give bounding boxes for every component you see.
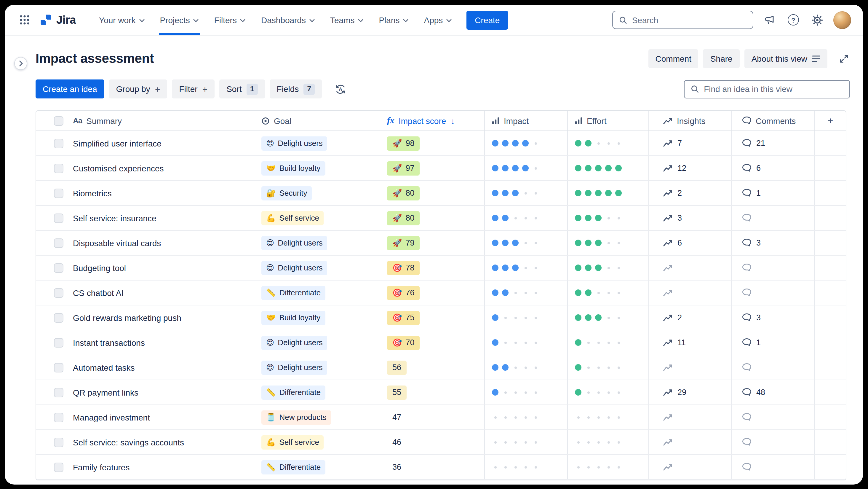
goal-cell[interactable]: 🔐 Security (254, 181, 379, 205)
nav-item-projects[interactable]: Projects (152, 5, 207, 35)
summary-cell[interactable]: QR payment links (67, 380, 254, 404)
goal-chip[interactable]: 🔐 Security (261, 186, 312, 200)
effort-cell[interactable] (568, 206, 649, 230)
impact-score-cell[interactable]: 36 (379, 455, 485, 479)
goal-cell[interactable]: 😍 Delight users (254, 256, 379, 280)
impact-cell[interactable] (485, 156, 568, 180)
impact-score-cell[interactable]: 47 (379, 405, 485, 429)
group-by-button[interactable]: Group by + (109, 80, 167, 98)
announcements-button[interactable] (761, 11, 778, 28)
goal-chip[interactable]: 😍 Delight users (261, 136, 328, 150)
effort-cell[interactable] (568, 430, 649, 454)
insights-cell[interactable]: 29 (649, 380, 732, 404)
goal-cell[interactable]: 🫙 New products (254, 405, 379, 429)
effort-cell[interactable] (568, 306, 649, 330)
row-checkbox[interactable] (54, 213, 63, 223)
effort-cell[interactable] (568, 355, 649, 380)
row-checkbox[interactable] (54, 139, 63, 148)
row-checkbox[interactable] (54, 288, 63, 297)
impact-cell[interactable] (485, 206, 568, 230)
comments-cell[interactable]: 6 (732, 156, 815, 180)
add-column-button[interactable]: + (815, 111, 846, 131)
insights-cell[interactable] (649, 430, 732, 454)
app-switcher-button[interactable] (17, 12, 33, 28)
goal-cell[interactable]: 😍 Delight users (254, 330, 379, 355)
nav-item-your-work[interactable]: Your work (91, 5, 152, 35)
comments-cell[interactable]: 1 (732, 330, 815, 355)
table-row[interactable]: Managed investment 🫙 New products 47 (36, 405, 846, 430)
insights-cell[interactable] (649, 405, 732, 429)
impact-cell[interactable] (485, 256, 568, 280)
column-header-comments[interactable]: Comments (732, 111, 815, 131)
impact-score-cell[interactable]: 55 (379, 380, 485, 404)
about-view-button[interactable]: About this view (744, 49, 828, 68)
settings-button[interactable] (809, 11, 826, 28)
insights-cell[interactable]: 2 (649, 306, 732, 330)
impact-score-cell[interactable]: 🎯 70 (379, 330, 485, 355)
help-button[interactable]: ? (785, 12, 801, 28)
comments-cell[interactable] (732, 281, 815, 305)
goal-chip[interactable]: 📏 Differentiate (261, 385, 326, 399)
insights-cell[interactable]: 6 (649, 231, 732, 255)
search-input[interactable] (632, 15, 747, 25)
table-row[interactable]: Biometrics 🔐 Security 🚀 80 (36, 181, 846, 206)
effort-cell[interactable] (568, 455, 649, 479)
impact-cell[interactable] (485, 355, 568, 380)
table-row[interactable]: Family features 📏 Differentiate 36 (36, 455, 846, 480)
row-checkbox[interactable] (54, 462, 63, 472)
comments-cell[interactable]: 48 (732, 380, 815, 404)
summary-cell[interactable]: Customised experiences (67, 156, 254, 180)
impact-cell[interactable] (485, 181, 568, 205)
goal-chip[interactable]: 🫙 New products (261, 410, 331, 424)
goal-cell[interactable]: 🤝 Build loyalty (254, 306, 379, 330)
column-header-insights[interactable]: Insights (649, 111, 732, 131)
goal-chip[interactable]: 📏 Differentiate (261, 460, 326, 474)
insights-cell[interactable] (649, 455, 732, 479)
column-header-summary[interactable]: Aa Summary (67, 111, 254, 131)
effort-cell[interactable] (568, 131, 649, 155)
create-button[interactable]: Create (466, 10, 508, 29)
fields-button[interactable]: Fields 7 (270, 80, 322, 98)
goal-cell[interactable]: 😍 Delight users (254, 131, 379, 155)
nav-item-filters[interactable]: Filters (207, 5, 253, 35)
summary-cell[interactable]: Self service: savings accounts (67, 430, 254, 454)
translate-refresh-button[interactable]: A (332, 80, 349, 97)
impact-cell[interactable] (485, 380, 568, 404)
comments-cell[interactable] (732, 430, 815, 454)
insights-cell[interactable] (649, 256, 732, 280)
goal-chip[interactable]: 😍 Delight users (261, 336, 328, 350)
user-avatar[interactable] (833, 11, 851, 29)
comments-cell[interactable]: 1 (732, 181, 815, 205)
insights-cell[interactable]: 11 (649, 330, 732, 355)
summary-cell[interactable]: Budgeting tool (67, 256, 254, 280)
summary-cell[interactable]: Family features (67, 455, 254, 479)
summary-cell[interactable]: Gold rewards marketing push (67, 306, 254, 330)
global-search[interactable] (612, 11, 753, 29)
impact-score-cell[interactable]: 🎯 75 (379, 306, 485, 330)
goal-chip[interactable]: 😍 Delight users (261, 360, 328, 375)
impact-cell[interactable] (485, 231, 568, 255)
comments-cell[interactable]: 3 (732, 231, 815, 255)
summary-cell[interactable]: Self service: insurance (67, 206, 254, 230)
row-checkbox[interactable] (54, 164, 63, 173)
comments-cell[interactable] (732, 206, 815, 230)
row-checkbox[interactable] (54, 437, 63, 447)
row-checkbox[interactable] (54, 338, 63, 347)
impact-score-cell[interactable]: 🚀 79 (379, 231, 485, 255)
impact-score-cell[interactable]: 🚀 97 (379, 156, 485, 180)
effort-cell[interactable] (568, 405, 649, 429)
filter-button[interactable]: Filter + (172, 80, 215, 98)
summary-cell[interactable]: Biometrics (67, 181, 254, 205)
impact-score-cell[interactable]: 56 (379, 355, 485, 380)
table-row[interactable]: CS chatbot AI 📏 Differentiate 🎯 76 (36, 281, 846, 306)
row-checkbox[interactable] (54, 238, 63, 248)
row-checkbox[interactable] (54, 188, 63, 198)
goal-chip[interactable]: 😍 Delight users (261, 261, 328, 275)
sort-button[interactable]: Sort 1 (219, 80, 265, 98)
effort-cell[interactable] (568, 181, 649, 205)
column-header-effort[interactable]: Effort (568, 111, 649, 131)
row-checkbox[interactable] (54, 412, 63, 422)
table-row[interactable]: Gold rewards marketing push 🤝 Build loya… (36, 306, 846, 330)
summary-cell[interactable]: CS chatbot AI (67, 281, 254, 305)
impact-score-cell[interactable]: 🚀 80 (379, 206, 485, 230)
